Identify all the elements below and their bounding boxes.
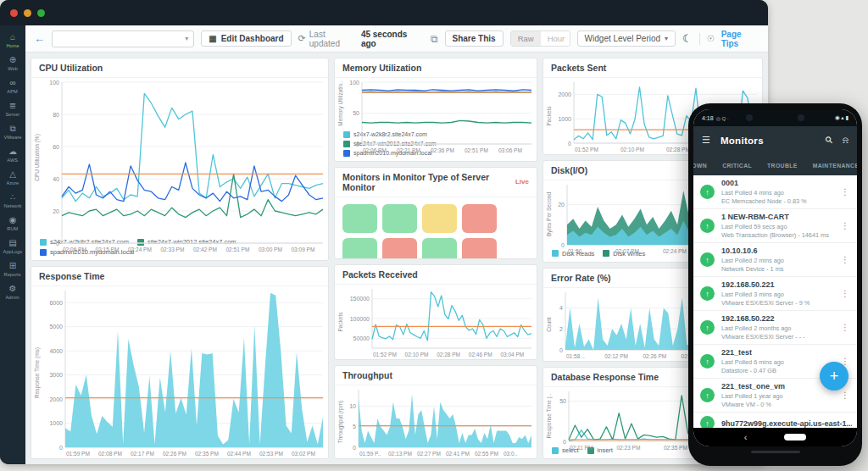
- monitor-box-up[interactable]: [342, 204, 377, 233]
- svg-text:02:35 PM: 02:35 PM: [195, 451, 219, 457]
- edit-dashboard-button[interactable]: ▦ Edit Dashboard: [201, 30, 291, 47]
- svg-text:01:58 ..: 01:58 ..: [566, 353, 585, 359]
- phone-status-bar: 4:18 ◎ Q · ◉ ▴ ▮: [693, 109, 857, 126]
- sidebar-item-aws[interactable]: ☁AWS: [0, 145, 25, 166]
- refresh-icon[interactable]: ⟳: [298, 33, 306, 44]
- svg-text:02:55 PM: 02:55 PM: [475, 451, 498, 457]
- svg-text:01:59 PM: 01:59 PM: [66, 451, 90, 457]
- y-axis-label: Count: [546, 317, 552, 331]
- hamburger-menu-icon[interactable]: ☰: [702, 135, 710, 146]
- sidebar-item-network[interactable]: ∴Network: [0, 191, 25, 212]
- sidebar-item-azure[interactable]: △Azure: [0, 168, 25, 189]
- caret-down-icon: ▾: [665, 35, 668, 42]
- bell-icon[interactable]: ⍾: [843, 135, 849, 146]
- page-tips-link[interactable]: Page Tips: [721, 30, 760, 48]
- svg-text:02:35 PM: 02:35 PM: [664, 445, 687, 451]
- sidebar-item-admin[interactable]: ⚙Admin: [0, 282, 25, 303]
- sidebar-item-apm[interactable]: ∞APM: [0, 76, 25, 97]
- monitor-box-up[interactable]: [382, 204, 417, 233]
- svg-text:02:10 PM: 02:10 PM: [620, 147, 644, 152]
- monitor-box-up[interactable]: [342, 238, 377, 259]
- kebab-menu-icon[interactable]: ⋮: [838, 289, 852, 298]
- monitor-box-critical[interactable]: [462, 238, 497, 259]
- nav-home-button[interactable]: [784, 434, 806, 441]
- dashboard-select[interactable]: ▾: [52, 30, 194, 47]
- add-monitor-fab[interactable]: +: [820, 362, 849, 391]
- svg-text:03:04 PM: 03:04 PM: [500, 352, 524, 357]
- aws-icon: ☁: [8, 147, 17, 156]
- svg-text:02:53 PM: 02:53 PM: [259, 451, 283, 457]
- svg-text:02:36 PM: 02:36 PM: [431, 147, 454, 153]
- share-this-button[interactable]: Share This: [445, 30, 504, 47]
- sidebar-item-web[interactable]: ⊕Web: [0, 53, 25, 75]
- hour-toggle[interactable]: Hour: [541, 31, 570, 46]
- monitor-list-item[interactable]: ↑ 192.168.50.221Last Polled 3 mins agoVM…: [693, 277, 857, 311]
- svg-text:02:12 PM: 02:12 PM: [604, 353, 628, 359]
- svg-text:60: 60: [53, 144, 59, 150]
- svg-text:02:07 PM: 02:07 PM: [615, 248, 639, 254]
- monitor-status-grid: [335, 197, 537, 259]
- close-window-button[interactable]: [10, 9, 18, 17]
- status-up-icon: ↑: [700, 286, 715, 301]
- svg-text:02:23 PM: 02:23 PM: [617, 445, 641, 451]
- phone-nav-bar: ‹: [693, 428, 857, 446]
- dark-mode-moon-icon[interactable]: ☾: [682, 32, 693, 45]
- status-time: 4:18: [702, 115, 714, 121]
- sidebar-item-reports[interactable]: ⊞Reports: [0, 259, 25, 280]
- monitor-list-item[interactable]: ↑ 1 NEW-RBM-CARTLast Polled 59 secs agoW…: [693, 209, 857, 243]
- svg-text:02:42 PM: 02:42 PM: [193, 247, 217, 252]
- svg-text:02:26 PM: 02:26 PM: [163, 451, 186, 457]
- monitor-box-critical[interactable]: [382, 238, 417, 259]
- phone-tab-critical[interactable]: CRITICAL: [715, 163, 760, 175]
- sidebar-item-vmware[interactable]: ⧉VMware: [0, 122, 25, 143]
- y-axis-label: Bytes Per Second: [546, 192, 552, 236]
- server-icon: ≣: [9, 102, 16, 110]
- kebab-menu-icon[interactable]: ⋮: [838, 187, 852, 197]
- edit-grid-icon: ▦: [209, 34, 216, 43]
- display-cast-icon[interactable]: ⧉: [431, 33, 438, 45]
- sidebar-item-rum[interactable]: ◉RUM: [0, 213, 25, 235]
- status-up-icon: ↑: [700, 252, 715, 267]
- status-up-icon: ↑: [700, 354, 715, 368]
- svg-text:20: 20: [53, 208, 59, 214]
- monitor-box-up[interactable]: [422, 238, 457, 259]
- sidebar-item-applogs[interactable]: ▤AppLogs: [0, 236, 25, 258]
- monitor-box-trouble[interactable]: [422, 204, 457, 233]
- phone-tab-trouble[interactable]: TROUBLE: [760, 163, 805, 175]
- sidebar-item-server[interactable]: ≣Server: [0, 99, 25, 120]
- throughput-chart: 051001:59 P..02:13 PM02:27 PM02:41 PM02:…: [335, 385, 537, 458]
- kebab-menu-icon[interactable]: ⋮: [838, 221, 852, 230]
- nav-back-button[interactable]: ‹: [744, 432, 748, 442]
- svg-text:02:26 PM: 02:26 PM: [643, 353, 666, 359]
- caret-down-icon: ▾: [185, 35, 188, 42]
- sidebar-item-home[interactable]: ⌂Home: [0, 30, 25, 52]
- apm-icon: ∞: [9, 79, 15, 87]
- svg-text:02:06 PM: 02:06 PM: [363, 147, 387, 153]
- svg-text:2000: 2000: [558, 91, 571, 97]
- widget-level-period-dropdown[interactable]: Widget Level Period ▾: [577, 30, 676, 47]
- svg-text:50: 50: [559, 398, 566, 404]
- phone-tab-down[interactable]: DOWN: [693, 163, 715, 175]
- svg-text:01:52 PM: 01:52 PM: [373, 352, 397, 357]
- zoom-window-button[interactable]: [37, 9, 45, 17]
- monitor-list-item[interactable]: ↑ 0001Last Polled 4 mins agoEC Memcached…: [693, 175, 857, 209]
- back-arrow-icon[interactable]: ←: [34, 32, 45, 45]
- monitor-list-item[interactable]: ↑ 10.10.10.6Last Polled 2 mins agoNetwor…: [693, 243, 857, 277]
- phone-tab-maintenance[interactable]: MAINTENANCE: [805, 163, 857, 175]
- monitor-list-item[interactable]: ↑ 9hu772w99g.execute-api.us-east-1...: [693, 413, 857, 428]
- kebab-menu-icon[interactable]: ⋮: [838, 323, 852, 332]
- minimize-window-button[interactable]: [24, 9, 31, 17]
- status-notification-icons: ◎ Q ·: [716, 115, 729, 121]
- y-axis-label: CPU Utilization (%): [34, 134, 40, 181]
- monitor-list-item[interactable]: ↑ 192.168.50.222Last Polled 2 months ago…: [693, 311, 857, 345]
- widget-title: Memory Utilization: [335, 58, 537, 78]
- search-icon[interactable]: ⚲: [822, 134, 835, 147]
- svg-text:02:28 PM: 02:28 PM: [437, 352, 460, 357]
- vmware-icon: ⧉: [9, 125, 15, 133]
- svg-text:02:44 PM: 02:44 PM: [227, 451, 251, 457]
- last-updated: ⟳ Last updated 45 seconds ago: [298, 30, 424, 48]
- raw-toggle[interactable]: Raw: [511, 31, 541, 46]
- kebab-menu-icon[interactable]: ⋮: [838, 255, 852, 264]
- kebab-menu-icon[interactable]: ⋮: [838, 391, 852, 400]
- monitor-box-critical[interactable]: [462, 204, 497, 233]
